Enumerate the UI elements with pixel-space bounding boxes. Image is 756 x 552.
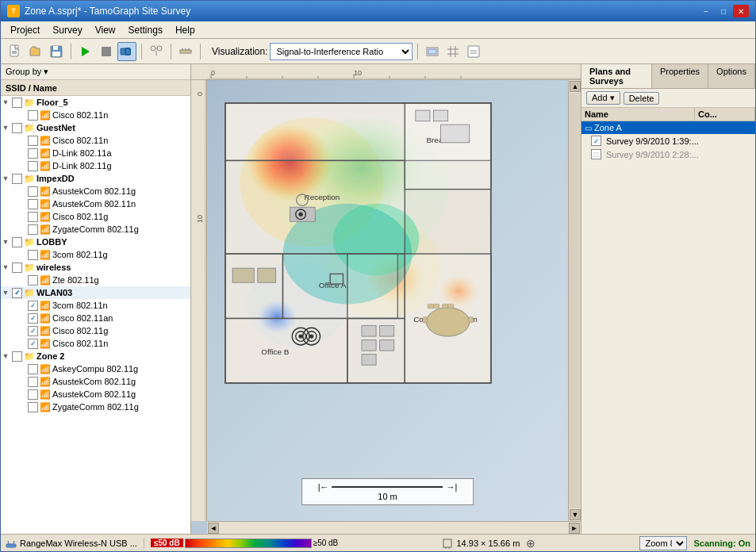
tree-item-askey[interactable]: 📶 AskeyCompu 802.11g	[1, 362, 190, 375]
checkbox-dlink-a[interactable]	[28, 148, 38, 159]
tree-group-lobby[interactable]: ▼ 📁 LOBBY	[1, 236, 190, 248]
expander-impexdd[interactable]: ▼	[1, 174, 10, 183]
checkbox-wlan03[interactable]: ✓	[12, 288, 22, 298]
cb-askey[interactable]	[28, 364, 38, 374]
grid-btn[interactable]	[443, 42, 462, 61]
tree-item-asustek-1[interactable]: 📶 AsustekCom 802.11g	[1, 185, 190, 197]
right-list-row-survey2[interactable]: □ Survey 9/9/2010 2:28:...	[581, 148, 755, 161]
map-area[interactable]: 0 10	[191, 80, 581, 521]
record-button[interactable]	[117, 42, 136, 61]
ruler-tool[interactable]	[176, 42, 195, 61]
export-btn[interactable]	[464, 42, 483, 61]
expander-floor5[interactable]: ▼	[1, 98, 10, 107]
cb-3com-wlan03[interactable]: ✓	[28, 301, 38, 311]
checkbox-wireless[interactable]	[12, 263, 22, 273]
tab-properties[interactable]: Properties	[652, 64, 708, 88]
tree-group-floor5[interactable]: ▼ 📁 Floor_5	[1, 96, 190, 109]
delete-button[interactable]: Delete	[624, 92, 660, 105]
close-button[interactable]: ✕	[733, 5, 749, 17]
tree-item-cisco-guestnet[interactable]: 📶 Cisco 802.11n	[1, 134, 190, 147]
checkbox-guestnet[interactable]	[12, 123, 22, 133]
new-button[interactable]	[6, 42, 25, 61]
tree-item-cisco-floor5[interactable]: 📶 Cisco 802.11n	[1, 109, 190, 121]
tree-item-zygate-impexdd[interactable]: 📶 ZygateComm 802.11g	[1, 223, 190, 236]
tree-item-cisco-n-wlan03[interactable]: ✓ 📶 Cisco 802.11n	[1, 337, 190, 350]
group-by-bar[interactable]: Group by ▾	[1, 64, 190, 80]
zone-icon: ▭	[585, 124, 592, 132]
checkbox-floor5[interactable]	[12, 98, 22, 108]
maximize-button[interactable]: □	[716, 5, 731, 17]
tree-container[interactable]: ▼ 📁 Floor_5 📶 Cisco 802.11n ▼ 📁 Guest	[1, 96, 190, 534]
cb-zte[interactable]	[28, 275, 38, 286]
right-list-row-survey1[interactable]: ✓ Survey 9/9/2010 1:39:...	[581, 134, 755, 148]
layer-btn[interactable]	[423, 42, 442, 61]
scrollbar-up[interactable]: ▲	[570, 81, 581, 92]
tree-item-zygate-z2[interactable]: 📶 ZygateComm 802.11g	[1, 401, 190, 413]
checkbox-impexdd[interactable]	[12, 174, 22, 184]
play-button[interactable]	[76, 42, 95, 61]
checkbox-lobby[interactable]	[12, 237, 22, 247]
menu-view[interactable]: View	[89, 23, 122, 37]
checkbox-cisco-guestnet[interactable]	[28, 136, 38, 146]
visualization-select[interactable]: Signal-to-Interference Ratio Signal Leve…	[270, 43, 413, 60]
cb-asustek-1[interactable]	[28, 186, 38, 197]
menu-help[interactable]: Help	[169, 23, 201, 37]
tree-item-3com-wlan03[interactable]: ✓ 📶 3com 802.11n	[1, 299, 190, 312]
tree-item-zte[interactable]: 📶 Zte 802.11g	[1, 274, 190, 286]
expander-guestnet[interactable]: ▼	[1, 123, 10, 132]
menu-settings[interactable]: Settings	[122, 23, 169, 37]
scrollbar-vertical[interactable]: ▲ ▼	[568, 80, 581, 521]
cb-asustek-z2-1[interactable]	[28, 377, 38, 387]
tree-item-cisco-an[interactable]: ✓ 📶 Cisco 802.11an	[1, 312, 190, 324]
cb-3com-lobby[interactable]	[28, 250, 38, 260]
map-canvas[interactable]: Break Room Reception Office A Office B	[207, 80, 568, 521]
stop-button[interactable]	[97, 42, 116, 61]
expander-wlan03[interactable]: ▼	[1, 288, 10, 297]
tree-item-3com-lobby[interactable]: 📶 3com 802.11g	[1, 248, 190, 261]
checkbox-cisco-floor5[interactable]	[28, 110, 38, 121]
scrollbar-down[interactable]: ▼	[570, 509, 581, 520]
cb-cisco-an[interactable]: ✓	[28, 313, 38, 324]
tree-group-zone2[interactable]: ▼ 📁 Zone 2	[1, 350, 190, 362]
add-button[interactable]: Add ▾	[586, 91, 620, 105]
tree-item-asustek-2[interactable]: 📶 AsustekCom 802.11n	[1, 197, 190, 210]
tree-item-dlink-a[interactable]: 📶 D-Link 802.11a	[1, 147, 190, 159]
tab-options[interactable]: Options	[708, 64, 755, 88]
checkbox-zone2[interactable]	[12, 351, 22, 362]
open-button[interactable]	[26, 42, 45, 61]
expander-lobby[interactable]: ▼	[1, 237, 10, 247]
cb-zygate-impexdd[interactable]	[28, 224, 38, 235]
tree-item-dlink-g[interactable]: 📶 D-Link 802.11g	[1, 159, 190, 172]
cb-cisco-impexdd[interactable]	[28, 212, 38, 222]
right-list-body[interactable]: ▭ Zone A ✓ Survey 9/9/2010 1:39:... □ Su…	[581, 121, 755, 534]
cb-cisco-n-wlan03[interactable]: ✓	[28, 339, 38, 349]
tab-plans-surveys[interactable]: Plans and Surveys	[581, 64, 652, 88]
waypoints-button[interactable]	[147, 42, 166, 61]
cb-cisco-g-wlan03[interactable]: ✓	[28, 326, 38, 336]
scrollbar-right[interactable]: ►	[569, 523, 580, 534]
menu-survey[interactable]: Survey	[46, 23, 88, 37]
cb-zygate-z2[interactable]	[28, 402, 38, 412]
tree-group-wireless[interactable]: ▼ 📁 wireless	[1, 261, 190, 274]
save-button[interactable]	[47, 42, 66, 61]
tree-item-cisco-g-wlan03[interactable]: ✓ 📶 Cisco 802.11g	[1, 324, 190, 337]
tree-item-cisco-impexdd[interactable]: 📶 Cisco 802.11g	[1, 210, 190, 223]
right-list-row-zone-a[interactable]: ▭ Zone A	[581, 121, 755, 134]
cb-survey1[interactable]: ✓	[591, 136, 601, 146]
menu-project[interactable]: Project	[4, 23, 46, 37]
tree-group-guestnet[interactable]: ▼ 📁 GuestNet	[1, 121, 190, 134]
scrollbar-left[interactable]: ◄	[208, 523, 219, 534]
scrollbar-horizontal[interactable]: ◄ ►	[207, 521, 581, 534]
checkbox-dlink-g[interactable]	[28, 161, 38, 171]
tree-group-impexdd[interactable]: ▼ 📁 ImpexDD	[1, 172, 190, 185]
cb-asustek-z2-2[interactable]	[28, 389, 38, 400]
tree-group-wlan03[interactable]: ▼ ✓ 📁 WLAN03	[1, 286, 190, 299]
tree-item-asustek-z2-2[interactable]: 📶 AsustekCom 802.11g	[1, 388, 190, 401]
expander-zone2[interactable]: ▼	[1, 351, 10, 361]
tree-item-asustek-z2-1[interactable]: 📶 AsustekCom 802.11g	[1, 375, 190, 388]
cb-asustek-2[interactable]	[28, 199, 38, 209]
minimize-button[interactable]: −	[698, 5, 714, 17]
zoom-select[interactable]: Zoom 80% 50% 75% 100% 125%	[639, 536, 687, 550]
expander-wireless[interactable]: ▼	[1, 263, 10, 272]
cb-survey2[interactable]: □	[591, 149, 601, 159]
